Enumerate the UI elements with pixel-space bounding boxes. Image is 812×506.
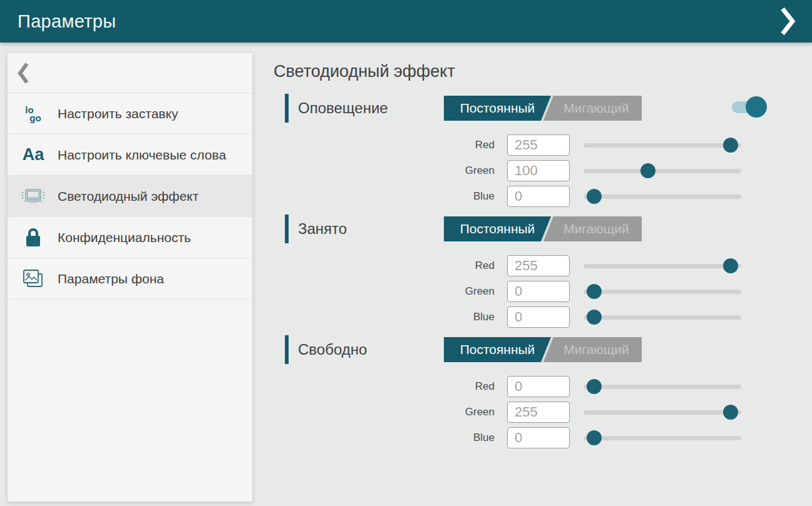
red-label: Red [272, 139, 495, 151]
red-value-input[interactable] [507, 376, 570, 397]
page-title: Светодиодный эффект [274, 62, 773, 81]
toggle-knob [746, 96, 767, 118]
green-label: Green [272, 285, 495, 298]
red-value-input[interactable] [507, 134, 570, 156]
letters-aa-icon: Aa [18, 145, 49, 164]
green-label: Green [272, 406, 495, 418]
mode-switch: Постоянный Мигающий [444, 96, 642, 121]
sidebar-item-label: Настроить заставку [58, 105, 178, 122]
rgb-row-blue: Blue [272, 186, 773, 207]
slider-thumb[interactable] [723, 405, 738, 420]
rgb-row-blue: Blue [272, 306, 773, 328]
blue-slider[interactable] [583, 308, 741, 326]
green-value-input[interactable] [507, 402, 570, 423]
mode-constant-button[interactable]: Постоянный [444, 337, 551, 362]
sidebar-item-keywords[interactable]: Aa Настроить ключевые слова [8, 134, 252, 176]
rgb-row-blue: Blue [272, 427, 773, 448]
section-free: Свободно Постоянный Мигающий Red Green B… [272, 335, 773, 448]
green-value-input[interactable] [507, 160, 570, 181]
red-value-input[interactable] [507, 255, 570, 276]
blue-value-input[interactable] [507, 306, 570, 328]
red-slider[interactable] [583, 378, 741, 395]
section-title: Занято [298, 220, 347, 238]
led-effect-panel: Светодиодный эффект Оповещение Постоянны… [272, 53, 773, 456]
blue-value-input[interactable] [507, 186, 570, 207]
sidebar-item-screensaver[interactable]: logo Настроить заставку [8, 93, 252, 134]
rgb-row-red: Red [272, 376, 773, 397]
green-label: Green [272, 164, 495, 177]
green-slider[interactable] [583, 283, 741, 300]
section-accent-bar [285, 335, 289, 364]
mode-blinking-button[interactable]: Мигающий [551, 216, 642, 241]
background-image-icon [18, 268, 49, 290]
red-slider[interactable] [583, 257, 741, 275]
blue-label: Blue [272, 432, 495, 444]
rgb-row-green: Green [272, 281, 773, 302]
section-title: Свободно [298, 341, 367, 358]
mode-blinking-button[interactable]: Мигающий [551, 96, 642, 121]
sidebar-item-label: Конфиденциальность [58, 229, 191, 246]
blue-label: Blue [272, 311, 495, 323]
rgb-row-green: Green [272, 160, 773, 181]
red-slider[interactable] [583, 136, 741, 154]
chevron-left-icon [18, 63, 29, 84]
sidebar-back-button[interactable] [8, 53, 252, 93]
blue-slider[interactable] [583, 188, 741, 205]
rgb-row-red: Red [272, 255, 773, 276]
top-bar: Параметры [0, 0, 812, 43]
slider-thumb[interactable] [723, 258, 738, 273]
sidebar-item-label: Светодиодный эффект [58, 188, 198, 205]
mode-switch: Постоянный Мигающий [444, 216, 642, 241]
sidebar-item-label: Параметры фона [58, 270, 164, 287]
section-accent-bar [285, 215, 289, 243]
settings-sidebar: logo Настроить заставку Aa Настроить клю… [8, 53, 252, 502]
chevron-right-icon[interactable] [778, 7, 797, 36]
red-label: Red [272, 380, 495, 393]
notification-toggle[interactable] [732, 96, 767, 118]
app-title: Параметры [18, 11, 116, 32]
blue-value-input[interactable] [507, 427, 570, 448]
green-slider[interactable] [583, 162, 741, 180]
slider-thumb[interactable] [587, 430, 602, 445]
blue-slider[interactable] [583, 429, 741, 447]
red-label: Red [272, 260, 495, 272]
rgb-row-green: Green [272, 402, 773, 423]
section-title: Оповещение [298, 99, 388, 117]
led-display-icon [18, 186, 49, 207]
mode-switch: Постоянный Мигающий [444, 337, 642, 362]
sidebar-item-label: Настроить ключевые слова [58, 146, 226, 163]
sidebar-item-background[interactable]: Параметры фона [8, 258, 252, 300]
slider-thumb[interactable] [587, 310, 602, 325]
section-accent-bar [285, 94, 289, 123]
slider-thumb[interactable] [587, 284, 602, 299]
green-value-input[interactable] [507, 281, 570, 302]
slider-thumb[interactable] [587, 379, 602, 394]
green-slider[interactable] [583, 403, 741, 421]
mode-constant-button[interactable]: Постоянный [444, 96, 551, 121]
slider-thumb[interactable] [723, 138, 738, 153]
blue-label: Blue [272, 190, 495, 203]
slider-thumb[interactable] [640, 163, 655, 178]
rgb-row-red: Red [272, 134, 773, 156]
sidebar-item-privacy[interactable]: Конфиденциальность [8, 217, 252, 258]
slider-thumb[interactable] [587, 189, 602, 204]
sidebar-item-led-effect[interactable]: Светодиодный эффект [8, 176, 252, 217]
lock-icon [18, 228, 49, 248]
mode-blinking-button[interactable]: Мигающий [551, 337, 642, 362]
mode-constant-button[interactable]: Постоянный [444, 216, 551, 241]
logo-text-icon: logo [18, 106, 49, 122]
section-busy: Занято Постоянный Мигающий Red Green Blu… [272, 215, 773, 328]
section-notification: Оповещение Постоянный Мигающий Red Green [272, 94, 773, 207]
